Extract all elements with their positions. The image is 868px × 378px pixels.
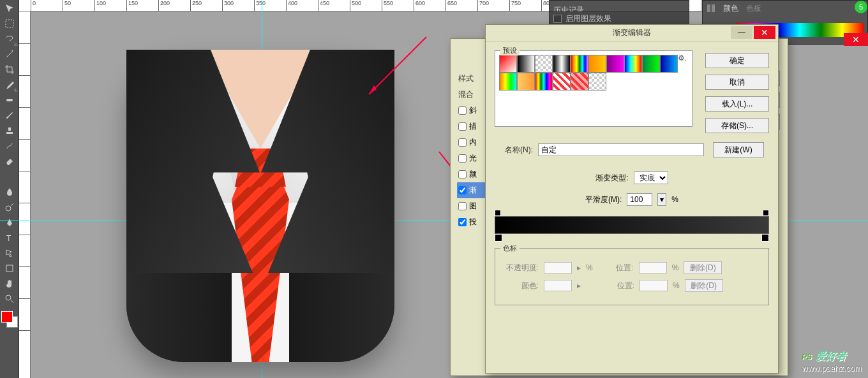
dodge-tool[interactable] bbox=[2, 200, 17, 214]
ls-blend-header: 混合 bbox=[457, 87, 489, 103]
svg-rect-1 bbox=[6, 99, 13, 101]
position-input bbox=[639, 262, 667, 273]
position2-label: 位置: bbox=[599, 280, 634, 291]
dialog-titlebar[interactable]: 渐变编辑器 — ✕ bbox=[486, 25, 778, 41]
preset-swatch[interactable] bbox=[517, 73, 535, 91]
color-stop-right[interactable] bbox=[761, 234, 769, 242]
preset-swatch[interactable] bbox=[553, 73, 571, 91]
move-tool[interactable] bbox=[2, 1, 17, 15]
crop-tool[interactable] bbox=[2, 62, 17, 76]
swatch-tab[interactable]: 色板 bbox=[746, 3, 761, 14]
ls-effect-item[interactable]: 颜 bbox=[457, 166, 489, 182]
shape-tool[interactable] bbox=[2, 261, 17, 275]
preset-swatch[interactable] bbox=[499, 55, 517, 73]
color-stop-left[interactable] bbox=[495, 234, 502, 242]
checkbox[interactable] bbox=[458, 202, 467, 210]
type-select[interactable]: 实底 bbox=[634, 171, 668, 184]
ls-effect-item[interactable]: 光 bbox=[457, 150, 489, 166]
preset-swatch[interactable] bbox=[499, 73, 517, 91]
svg-rect-13 bbox=[707, 4, 710, 12]
type-label: 渐变类型: bbox=[595, 173, 628, 184]
preset-swatch[interactable] bbox=[588, 55, 606, 73]
opacity-stop-left[interactable] bbox=[495, 210, 501, 216]
preset-swatch[interactable] bbox=[553, 55, 571, 73]
checkbox-icon[interactable] bbox=[553, 15, 562, 23]
preset-swatch[interactable] bbox=[624, 55, 642, 73]
color-label: 颜色: bbox=[503, 280, 539, 291]
stops-label: 色标 bbox=[500, 244, 520, 253]
pen-tool[interactable] bbox=[2, 215, 17, 229]
preset-swatch[interactable] bbox=[517, 55, 535, 73]
position2-input bbox=[640, 280, 668, 291]
ls-effect-item[interactable]: 描 bbox=[457, 119, 489, 134]
ls-effect-item[interactable]: 内 bbox=[457, 134, 489, 150]
brush-tool[interactable] bbox=[2, 108, 17, 122]
opacity-stop-right[interactable] bbox=[763, 210, 769, 216]
close-button[interactable]: ✕ bbox=[754, 26, 775, 39]
gd-cancel-button[interactable]: 取消 bbox=[705, 75, 769, 90]
checkbox[interactable] bbox=[458, 138, 467, 147]
gear-icon[interactable]: ⚙. bbox=[678, 54, 687, 62]
preset-swatch[interactable] bbox=[571, 73, 588, 91]
checkbox[interactable] bbox=[458, 186, 467, 194]
name-input[interactable] bbox=[538, 143, 704, 156]
preset-swatch[interactable] bbox=[535, 55, 553, 73]
smooth-label: 平滑度(M): bbox=[585, 194, 622, 205]
ls-effect-item[interactable]: 斜 bbox=[457, 103, 489, 119]
opacity-input bbox=[544, 262, 572, 273]
preset-swatch[interactable] bbox=[571, 55, 588, 73]
gradient-bar[interactable] bbox=[495, 216, 769, 234]
color-swatches[interactable] bbox=[1, 311, 18, 328]
zoom-tool[interactable] bbox=[2, 292, 17, 306]
magic-wand-tool[interactable] bbox=[2, 47, 17, 61]
ls-effect-item[interactable]: 渐 bbox=[457, 182, 489, 198]
ls-effect-item[interactable]: 图 bbox=[457, 198, 489, 214]
gd-save-button[interactable]: 存储(S)... bbox=[705, 118, 769, 133]
hand-tool[interactable] bbox=[2, 277, 17, 291]
eraser-tool[interactable] bbox=[2, 154, 17, 168]
gd-load-button[interactable]: 载入(L)... bbox=[705, 96, 769, 112]
eyedropper-tool[interactable]: 4. bbox=[2, 78, 17, 92]
ls-effect-item[interactable]: 投 bbox=[457, 214, 489, 230]
history-brush-tool[interactable] bbox=[2, 139, 17, 153]
gradient-tool[interactable] bbox=[2, 170, 17, 184]
marquee-tool[interactable] bbox=[2, 17, 17, 31]
checkbox[interactable] bbox=[458, 218, 467, 226]
gd-new-button[interactable]: 新建(W) bbox=[713, 142, 764, 157]
artwork-suit-icon bbox=[126, 50, 394, 362]
foreground-color-swatch[interactable] bbox=[1, 311, 13, 323]
preset-swatch[interactable] bbox=[642, 55, 660, 73]
preset-swatch[interactable] bbox=[535, 73, 553, 91]
gd-ok-button[interactable]: 确定 bbox=[705, 53, 769, 68]
ls-styles-header: 样式 bbox=[457, 71, 489, 87]
stamp-tool[interactable] bbox=[2, 124, 17, 138]
minimize-button[interactable]: — bbox=[731, 26, 752, 39]
lasso-tool[interactable]: 3. bbox=[2, 32, 17, 46]
position-label: 位置: bbox=[598, 263, 634, 273]
color-tab[interactable]: 颜色 bbox=[723, 3, 738, 14]
preset-swatch[interactable] bbox=[606, 55, 624, 73]
checkbox[interactable] bbox=[458, 122, 467, 131]
blur-tool[interactable] bbox=[2, 185, 17, 199]
stops-box: 色标 不透明度: ▸ % 位置: % 删除(D) 颜色: ▸ 位置: % 删除(… bbox=[495, 248, 769, 305]
watermark: PS 爱好者 www.psahz.com bbox=[802, 348, 862, 373]
preset-swatch[interactable] bbox=[588, 73, 606, 91]
close-button[interactable]: ✕ bbox=[844, 33, 868, 46]
checkbox[interactable] bbox=[458, 170, 467, 178]
path-select-tool[interactable] bbox=[2, 246, 17, 260]
healing-tool[interactable] bbox=[2, 93, 17, 107]
presets-box: 预设 ⚙. bbox=[495, 50, 692, 127]
svg-rect-5 bbox=[6, 265, 13, 272]
checkbox[interactable] bbox=[458, 154, 467, 163]
dropdown-icon[interactable]: ▾ bbox=[657, 193, 666, 206]
delete2-button: 删除(D) bbox=[685, 279, 723, 292]
history-item[interactable]: 启用图层效果 bbox=[549, 11, 689, 25]
opacity-label: 不透明度: bbox=[503, 263, 539, 273]
type-tool[interactable]: T bbox=[2, 231, 17, 245]
gradient-editor-dialog: 渐变编辑器 — ✕ 预设 ⚙. 确定 取消 载入(L)... 存储(S)... … bbox=[485, 24, 779, 374]
svg-point-6 bbox=[6, 295, 11, 300]
preset-swatch[interactable] bbox=[660, 55, 678, 73]
checkbox[interactable] bbox=[458, 106, 467, 115]
dialog-title: 渐变编辑器 bbox=[613, 27, 651, 38]
smooth-input[interactable] bbox=[627, 193, 652, 206]
